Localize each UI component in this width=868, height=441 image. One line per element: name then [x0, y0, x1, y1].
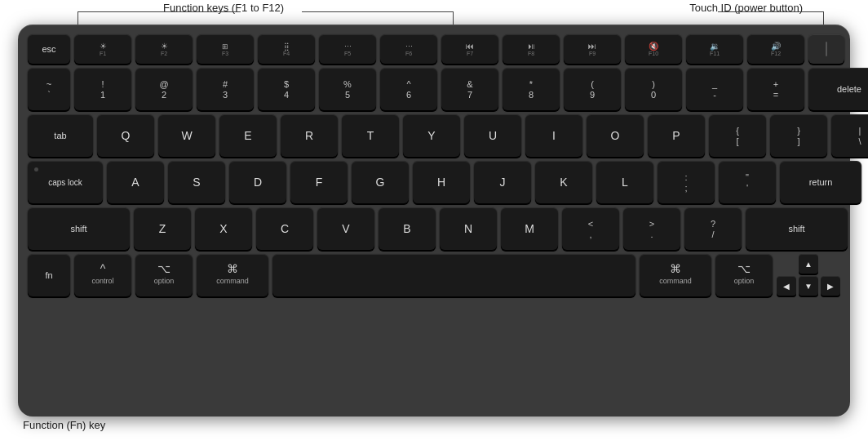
- key-y[interactable]: Y: [403, 114, 460, 157]
- key-command-left[interactable]: ⌘ command: [197, 254, 268, 296]
- key-arrow-left[interactable]: ◀: [777, 276, 796, 296]
- key-minus[interactable]: _ -: [686, 68, 743, 110]
- key-f4[interactable]: ⣿ F4: [258, 34, 315, 64]
- key-4[interactable]: $ 4: [258, 68, 315, 110]
- key-2[interactable]: @ 2: [135, 68, 193, 110]
- key-semicolon-labels: : ;: [684, 172, 687, 193]
- key-u[interactable]: U: [464, 114, 521, 157]
- key-8-char: 8: [529, 90, 534, 100]
- key-semicolon[interactable]: : ;: [658, 161, 715, 203]
- key-3[interactable]: # 3: [197, 68, 254, 110]
- key-hash: #: [223, 79, 228, 89]
- key-f5[interactable]: ⋯ F5: [319, 34, 376, 64]
- key-shift-left[interactable]: shift: [28, 207, 130, 250]
- key-option-left[interactable]: ⌥ option: [135, 254, 193, 296]
- key-b-label: B: [403, 222, 410, 235]
- key-exclaim: !: [101, 79, 104, 89]
- key-m[interactable]: M: [501, 207, 558, 250]
- key-p[interactable]: P: [648, 114, 705, 157]
- key-f11[interactable]: 🔉 F11: [686, 34, 743, 64]
- key-o[interactable]: O: [587, 114, 644, 157]
- key-esc-label: esc: [42, 44, 55, 54]
- key-k[interactable]: K: [535, 161, 592, 203]
- key-caps-lock-label: caps lock: [48, 178, 82, 187]
- key-0[interactable]: ) 0: [625, 68, 682, 110]
- key-fn[interactable]: fn: [28, 254, 70, 296]
- key-w[interactable]: W: [158, 114, 215, 157]
- key-9[interactable]: ( 9: [564, 68, 621, 110]
- key-l[interactable]: L: [596, 161, 653, 203]
- key-bracket-open[interactable]: { [: [709, 114, 766, 157]
- key-a[interactable]: A: [107, 161, 164, 203]
- key-quote[interactable]: " ': [719, 161, 776, 203]
- key-e-label: E: [244, 129, 251, 142]
- key-open-paren: (: [591, 79, 594, 89]
- key-n[interactable]: N: [440, 207, 497, 250]
- key-g[interactable]: G: [352, 161, 409, 203]
- key-v[interactable]: V: [317, 207, 374, 250]
- key-esc[interactable]: esc: [28, 34, 70, 64]
- key-delete[interactable]: delete: [808, 68, 868, 110]
- key-shift-right[interactable]: shift: [746, 207, 848, 250]
- key-return[interactable]: return: [780, 161, 861, 203]
- key-s[interactable]: S: [168, 161, 225, 203]
- key-command-right[interactable]: ⌘ command: [640, 254, 711, 296]
- key-caps-lock[interactable]: caps lock: [28, 161, 103, 203]
- key-space[interactable]: [272, 254, 636, 296]
- key-7[interactable]: & 7: [441, 68, 498, 110]
- key-f10-label: F10: [649, 51, 658, 56]
- key-arrow-down[interactable]: ▼: [799, 276, 818, 296]
- key-5-char: 5: [345, 90, 350, 100]
- key-bracket-close-labels: } ]: [797, 126, 800, 146]
- key-6-labels: ^ 6: [406, 79, 411, 100]
- key-6[interactable]: ^ 6: [380, 68, 437, 110]
- key-f2[interactable]: ☀ F2: [135, 34, 193, 64]
- key-f1-label: F1: [100, 51, 106, 56]
- key-f10[interactable]: 🔇 F10: [625, 34, 682, 64]
- key-control[interactable]: ^ control: [74, 254, 131, 296]
- key-x[interactable]: X: [195, 207, 252, 250]
- key-q[interactable]: Q: [97, 114, 154, 157]
- key-command-left-content: ⌘ command: [216, 262, 249, 289]
- tab-key-row: tab Q W E R T Y U I O P { [ } ] | \: [28, 114, 840, 157]
- key-f6[interactable]: ⋯ F6: [380, 34, 437, 64]
- key-slash[interactable]: ? /: [684, 207, 742, 250]
- key-1[interactable]: ! 1: [74, 68, 131, 110]
- key-f12[interactable]: 🔊 F12: [747, 34, 804, 64]
- key-period[interactable]: > .: [623, 207, 680, 250]
- key-f[interactable]: F: [290, 161, 348, 203]
- key-d[interactable]: D: [229, 161, 286, 203]
- key-f7[interactable]: ⏮ F7: [441, 34, 498, 64]
- key-2-labels: @ 2: [159, 79, 168, 100]
- key-comma[interactable]: < ,: [562, 207, 619, 250]
- key-f2-icon: ☀: [161, 42, 168, 51]
- number-key-row: ~ ` ! 1 @ 2 # 3 $ 4: [28, 68, 840, 110]
- key-equals[interactable]: + =: [747, 68, 804, 110]
- key-j[interactable]: J: [474, 161, 531, 203]
- key-f1[interactable]: ☀ F1: [74, 34, 131, 64]
- key-option-right[interactable]: ⌥ option: [715, 254, 773, 296]
- key-backtick[interactable]: ~ `: [28, 68, 70, 110]
- key-e[interactable]: E: [219, 114, 277, 157]
- key-b[interactable]: B: [379, 207, 436, 250]
- key-g-label: G: [376, 176, 385, 189]
- key-bracket-close[interactable]: } ]: [770, 114, 827, 157]
- key-arrow-up[interactable]: ▲: [799, 254, 818, 274]
- key-at: @: [159, 79, 168, 89]
- key-5[interactable]: % 5: [319, 68, 376, 110]
- key-f8[interactable]: ⏯ F8: [503, 34, 560, 64]
- key-z[interactable]: Z: [134, 207, 191, 250]
- key-8[interactable]: * 8: [503, 68, 560, 110]
- key-r[interactable]: R: [281, 114, 338, 157]
- key-h[interactable]: H: [413, 161, 470, 203]
- key-r-label: R: [305, 129, 313, 142]
- key-f9[interactable]: ⏭ F9: [564, 34, 621, 64]
- key-c[interactable]: C: [256, 207, 313, 250]
- key-t[interactable]: T: [342, 114, 399, 157]
- key-i[interactable]: I: [525, 114, 582, 157]
- key-arrow-right[interactable]: ▶: [821, 276, 840, 296]
- key-tab[interactable]: tab: [28, 114, 93, 157]
- key-f3[interactable]: ⊞ F3: [197, 34, 254, 64]
- key-backslash[interactable]: | \: [831, 114, 868, 157]
- key-touch-id[interactable]: [808, 34, 844, 64]
